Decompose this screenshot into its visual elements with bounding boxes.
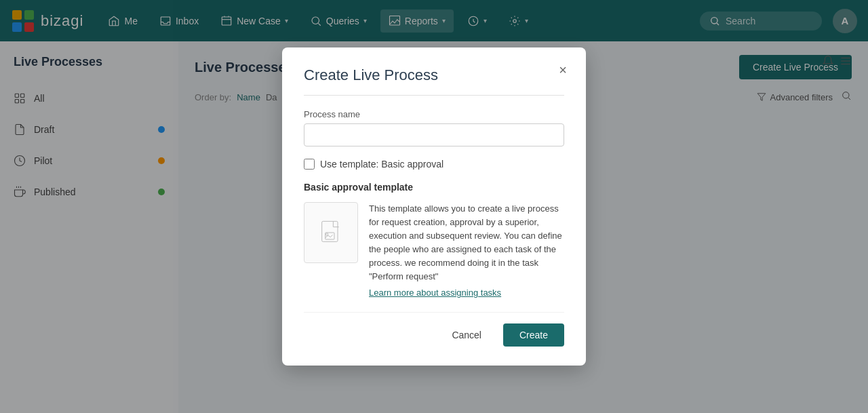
create-live-process-modal: Create Live Process × Process name Use t… (282, 47, 586, 366)
template-learn-more-link[interactable]: Learn more about assigning tasks (369, 288, 501, 298)
process-name-label: Process name (304, 109, 564, 119)
modal-close-button[interactable]: × (553, 61, 572, 80)
modal-title: Create Live Process (304, 66, 564, 96)
checkbox-label: Use template: Basic approval (320, 159, 443, 170)
modal-overlay: Create Live Process × Process name Use t… (0, 0, 868, 413)
cancel-button[interactable]: Cancel (438, 323, 495, 347)
template-card: This template allows you to create a liv… (304, 202, 564, 299)
create-button[interactable]: Create (503, 323, 564, 347)
template-section-title: Basic approval template (304, 182, 564, 193)
template-description-area: This template allows you to create a liv… (369, 202, 564, 299)
svg-rect-24 (322, 221, 338, 241)
process-name-input[interactable] (304, 123, 564, 146)
template-checkbox-row: Use template: Basic approval (304, 159, 564, 170)
svg-rect-25 (326, 233, 334, 239)
template-icon-box (304, 202, 358, 263)
template-description: This template allows you to create a liv… (369, 202, 564, 284)
svg-point-26 (326, 233, 328, 235)
document-template-icon (317, 219, 344, 246)
modal-footer: Cancel Create (304, 312, 564, 347)
use-template-checkbox[interactable] (304, 159, 315, 170)
